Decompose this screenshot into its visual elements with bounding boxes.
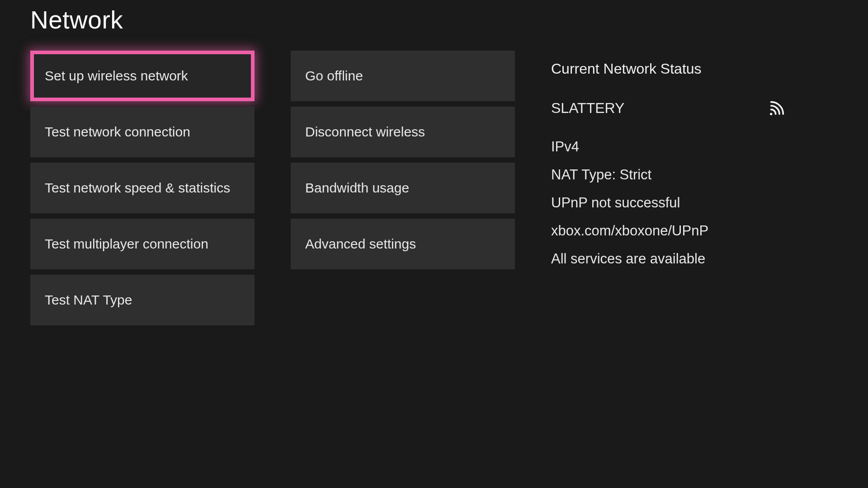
status-ip-version: IPv4	[551, 139, 786, 155]
status-upnp: UPnP not successful	[551, 195, 786, 211]
ssid-row: SLATTERY	[551, 99, 786, 117]
status-upnp-url: xbox.com/xboxone/UPnP	[551, 223, 786, 239]
tile-label: Go offline	[305, 68, 363, 84]
status-nat-type: NAT Type: Strict	[551, 167, 786, 183]
tile-label: Test multiplayer connection	[45, 236, 208, 252]
tile-label: Test NAT Type	[45, 292, 132, 308]
svg-point-0	[770, 113, 772, 115]
ssid-name: SLATTERY	[551, 100, 624, 117]
test-nat-button[interactable]: Test NAT Type	[30, 275, 255, 325]
tile-label: Test network connection	[45, 124, 190, 140]
tile-label: Set up wireless network	[45, 68, 188, 84]
page-title: Network	[30, 5, 841, 34]
go-offline-button[interactable]: Go offline	[291, 51, 515, 101]
setup-wireless-button[interactable]: Set up wireless network	[30, 51, 255, 101]
status-heading: Current Network Status	[551, 61, 786, 77]
tile-label: Advanced settings	[305, 236, 416, 252]
tile-label: Test network speed & statistics	[45, 180, 230, 196]
network-status-panel: Current Network Status SLATTERY IPv4 NAT…	[551, 51, 786, 267]
status-services: All services are available	[551, 251, 786, 267]
settings-column-right: Go offline Disconnect wireless Bandwidth…	[291, 51, 515, 269]
tile-label: Disconnect wireless	[305, 124, 425, 140]
advanced-settings-button[interactable]: Advanced settings	[291, 219, 515, 269]
tile-label: Bandwidth usage	[305, 180, 409, 196]
test-multiplayer-button[interactable]: Test multiplayer connection	[30, 219, 255, 269]
wifi-icon	[768, 99, 786, 117]
disconnect-wireless-button[interactable]: Disconnect wireless	[291, 107, 515, 157]
bandwidth-usage-button[interactable]: Bandwidth usage	[291, 163, 515, 213]
test-connection-button[interactable]: Test network connection	[30, 107, 255, 157]
settings-column-left: Set up wireless network Test network con…	[30, 51, 255, 325]
test-speed-button[interactable]: Test network speed & statistics	[30, 163, 255, 213]
